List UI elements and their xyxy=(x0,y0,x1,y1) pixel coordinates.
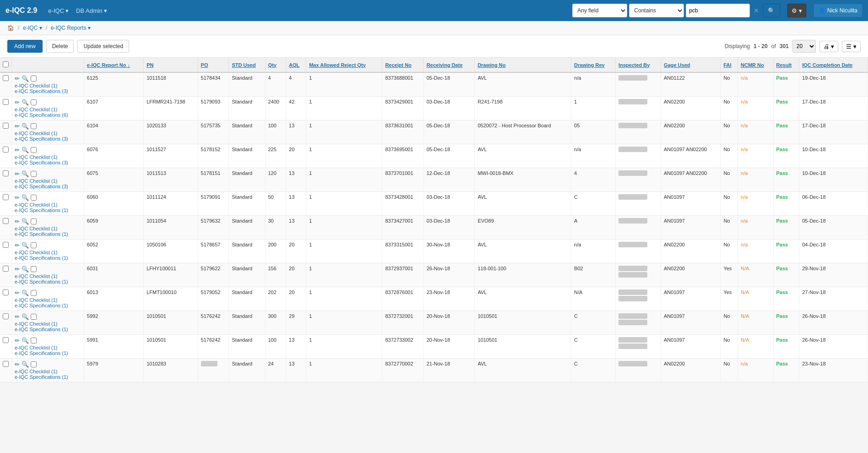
row-select-checkbox[interactable] xyxy=(31,266,37,272)
row-checkbox-cell[interactable] xyxy=(0,359,12,382)
ncmr-no-value[interactable]: N/A xyxy=(741,266,749,271)
view-icon[interactable]: 🔍 xyxy=(22,337,29,344)
header-qty[interactable]: Qty xyxy=(265,58,286,72)
header-fai[interactable]: FAI xyxy=(721,58,738,72)
row-select-checkbox[interactable] xyxy=(31,147,37,153)
specs-link[interactable]: e-IQC Specifications (1) xyxy=(15,207,68,213)
view-icon[interactable]: 🔍 xyxy=(22,266,29,273)
edit-icon[interactable]: ✏ xyxy=(15,194,20,201)
row-checkbox-cell[interactable] xyxy=(0,311,12,335)
columns-button[interactable]: ☰ ▾ xyxy=(842,41,861,52)
view-icon[interactable]: 🔍 xyxy=(22,361,29,368)
checklist-link[interactable]: e-IQC Checklist (1) xyxy=(15,297,58,303)
row-checkbox[interactable] xyxy=(3,218,9,224)
row-checkbox[interactable] xyxy=(3,147,9,153)
row-checkbox[interactable] xyxy=(3,170,9,176)
specs-link[interactable]: e-IQC Specifications (3) xyxy=(15,136,68,142)
ncmr-no-value[interactable]: n/a xyxy=(741,75,748,81)
header-select-all[interactable] xyxy=(0,58,12,72)
row-select-checkbox[interactable] xyxy=(31,99,37,105)
checklist-link[interactable]: e-IQC Checklist (1) xyxy=(15,178,58,184)
breadcrumb-eiqc[interactable]: e-IQC ▾ xyxy=(23,25,42,31)
header-std-used[interactable]: STD Used xyxy=(229,58,265,72)
specs-link[interactable]: e-IQC Specifications (1) xyxy=(15,279,68,284)
specs-link[interactable]: e-IQC Specifications (3) xyxy=(15,184,68,189)
header-result[interactable]: Result xyxy=(773,58,799,72)
ncmr-no-value[interactable]: n/a xyxy=(741,170,748,176)
row-select-checkbox[interactable] xyxy=(31,290,37,296)
row-checkbox[interactable] xyxy=(3,194,9,200)
row-select-checkbox[interactable] xyxy=(31,195,37,201)
row-select-checkbox[interactable] xyxy=(31,361,37,367)
edit-icon[interactable]: ✏ xyxy=(15,242,20,249)
breadcrumb-reports[interactable]: e-IQC Reports ▾ xyxy=(51,25,91,31)
header-drawing-rev[interactable]: Drawing Rev xyxy=(571,58,616,72)
add-new-button[interactable]: Add new xyxy=(7,40,43,53)
row-checkbox-cell[interactable] xyxy=(0,97,12,120)
checklist-link[interactable]: e-IQC Checklist (1) xyxy=(15,369,58,374)
header-aql[interactable]: AQL xyxy=(286,58,306,72)
header-drawing-no[interactable]: Drawing No xyxy=(475,58,571,72)
row-checkbox-cell[interactable] xyxy=(0,216,12,240)
ncmr-no-value[interactable]: n/a xyxy=(741,218,748,224)
row-checkbox-cell[interactable] xyxy=(0,287,12,311)
search-condition-select[interactable]: Contains Equals Starts with xyxy=(629,4,684,17)
specs-link[interactable]: e-IQC Specifications (3) xyxy=(15,88,68,94)
breadcrumb-home[interactable]: 🏠 xyxy=(7,25,14,31)
print-button[interactable]: 🖨 ▾ xyxy=(819,41,839,52)
specs-link[interactable]: e-IQC Specifications (3) xyxy=(15,160,68,165)
row-checkbox-cell[interactable] xyxy=(0,120,12,144)
checklist-link[interactable]: e-IQC Checklist (1) xyxy=(15,83,58,88)
ncmr-no-value[interactable]: n/a xyxy=(741,99,748,104)
edit-icon[interactable]: ✏ xyxy=(15,147,20,153)
row-checkbox[interactable] xyxy=(3,313,9,319)
header-completion-date[interactable]: IQC Completion Date xyxy=(799,58,868,72)
ncmr-no-value[interactable]: n/a xyxy=(741,147,748,152)
checklist-link[interactable]: e-IQC Checklist (1) xyxy=(15,131,58,136)
row-checkbox[interactable] xyxy=(3,75,9,81)
edit-icon[interactable]: ✏ xyxy=(15,289,20,296)
header-max-reject[interactable]: Max Allowed Reject Qty xyxy=(306,58,382,72)
edit-icon[interactable]: ✏ xyxy=(15,75,20,82)
ncmr-no-value[interactable]: n/a xyxy=(741,242,748,247)
row-select-checkbox[interactable] xyxy=(31,314,37,320)
checklist-link[interactable]: e-IQC Checklist (1) xyxy=(15,202,58,207)
row-checkbox[interactable] xyxy=(3,361,9,367)
ncmr-no-value[interactable]: n/a xyxy=(741,123,748,128)
checklist-link[interactable]: e-IQC Checklist (1) xyxy=(15,107,58,112)
header-pn[interactable]: PN xyxy=(144,58,198,72)
specs-link[interactable]: e-IQC Specifications (1) xyxy=(15,327,68,332)
row-checkbox[interactable] xyxy=(3,266,9,272)
header-ncmr-no[interactable]: NCMR No xyxy=(738,58,774,72)
header-report-no[interactable]: e-IQC Report No ↓ xyxy=(84,58,143,72)
search-field-select[interactable]: Any field PN PO Receipt No Drawing No xyxy=(572,4,627,17)
row-checkbox[interactable] xyxy=(3,99,9,105)
edit-icon[interactable]: ✏ xyxy=(15,218,20,225)
header-inspected-by[interactable]: Inspected By xyxy=(615,58,661,72)
view-icon[interactable]: 🔍 xyxy=(22,242,29,249)
view-icon[interactable]: 🔍 xyxy=(22,147,29,153)
row-checkbox-cell[interactable] xyxy=(0,192,12,216)
row-select-checkbox[interactable] xyxy=(31,171,37,177)
header-receipt-no[interactable]: Receipt No xyxy=(382,58,423,72)
checklist-link[interactable]: e-IQC Checklist (1) xyxy=(15,273,58,279)
checklist-link[interactable]: e-IQC Checklist (1) xyxy=(15,345,58,350)
ncmr-no-value[interactable]: N/A xyxy=(741,289,749,295)
update-selected-button[interactable]: Update selected xyxy=(77,40,129,53)
row-checkbox-cell[interactable] xyxy=(0,263,12,287)
checklist-link[interactable]: e-IQC Checklist (1) xyxy=(15,226,58,231)
nav-eiqc[interactable]: e-IQC ▾ xyxy=(48,7,69,14)
row-checkbox[interactable] xyxy=(3,123,9,129)
view-icon[interactable]: 🔍 xyxy=(22,75,29,82)
view-icon[interactable]: 🔍 xyxy=(22,194,29,201)
view-icon[interactable]: 🔍 xyxy=(22,289,29,296)
row-select-checkbox[interactable] xyxy=(31,218,37,224)
specs-link[interactable]: e-IQC Specifications (1) xyxy=(15,255,68,261)
search-clear-button[interactable]: ✕ xyxy=(752,7,761,14)
checklist-link[interactable]: e-IQC Checklist (1) xyxy=(15,154,58,160)
view-icon[interactable]: 🔍 xyxy=(22,170,29,177)
view-icon[interactable]: 🔍 xyxy=(22,123,29,130)
header-po[interactable]: PO xyxy=(198,58,229,72)
settings-button[interactable]: ⚙ ▾ xyxy=(787,4,806,17)
header-gage-used[interactable]: Gage Used xyxy=(661,58,721,72)
